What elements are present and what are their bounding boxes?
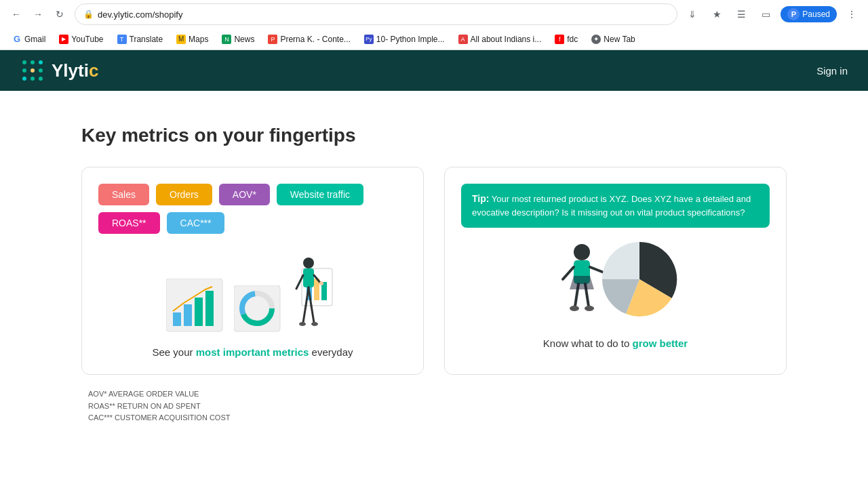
download-icon[interactable]: ⇓: [683, 5, 702, 24]
bookmark-label: New Tab: [604, 35, 635, 44]
logo-icon: [20, 58, 45, 83]
bookmark-label: Maps: [189, 35, 208, 44]
fdc-icon: f: [555, 35, 564, 44]
tab-search-icon[interactable]: ▭: [756, 5, 775, 24]
bookmark-gmail[interactable]: G Gmail: [7, 33, 51, 46]
caption-after: everyday: [309, 346, 353, 358]
right-card: Tip: Your most returned product is XYZ. …: [444, 167, 787, 375]
caption-highlight: most important metrics: [196, 346, 309, 358]
app-navbar: Ylytic Sign in: [0, 50, 868, 91]
svg-point-6: [22, 77, 26, 81]
tip-box: Tip: Your most returned product is XYZ. …: [461, 184, 770, 228]
svg-rect-23: [303, 268, 314, 287]
tag-traffic: Website traffic: [277, 184, 363, 205]
svg-point-3: [22, 68, 26, 73]
bookmark-label: Prerna K. - Conte...: [280, 35, 350, 44]
logo-text: Ylytic: [52, 60, 98, 81]
tip-label: Tip:: [472, 193, 489, 204]
bookmark-label: News: [234, 35, 254, 44]
maps-icon: M: [176, 35, 186, 44]
right-card-illustration: [461, 239, 770, 327]
browser-toolbar: ← → ↻ 🔒 dev.ylytic.com/shopify ⇓ ★ ☰ ▭ P…: [0, 0, 868, 28]
svg-line-29: [303, 306, 306, 323]
news-icon: N: [222, 35, 231, 44]
bookmark-news[interactable]: N News: [216, 33, 260, 46]
star-icon[interactable]: ★: [707, 5, 726, 24]
svg-point-1: [31, 60, 35, 64]
bookmark-maps[interactable]: M Maps: [171, 33, 214, 46]
tag-aov: AOV*: [219, 184, 270, 205]
address-bar[interactable]: 🔒 dev.ylytic.com/shopify: [75, 3, 677, 25]
tip-text: Your most returned product is XYZ. Does …: [472, 194, 751, 218]
left-card-caption: See your most important metrics everyday: [98, 346, 407, 358]
toolbar-right: ⇓ ★ ☰ ▭ P Paused ⋮: [683, 5, 861, 24]
bookmark-label: YouTube: [71, 35, 103, 44]
metrics-tags: Sales Orders AOV* Website traffic ROAS**…: [98, 184, 407, 234]
tag-orders: Orders: [156, 184, 212, 205]
page-heading: Key metrics on your fingertips: [81, 125, 787, 146]
tag-roas: ROAS**: [98, 212, 160, 234]
browser-chrome: ← → ↻ 🔒 dev.ylytic.com/shopify ⇓ ★ ☰ ▭ P…: [0, 0, 868, 50]
bookmark-label: 10- Python Imple...: [376, 35, 445, 44]
profile-avatar: P: [787, 8, 800, 20]
nav-buttons: ← → ↻: [7, 5, 69, 24]
extensions-icon[interactable]: ☰: [732, 5, 751, 24]
bookmark-prerna[interactable]: P Prerna K. - Conte...: [262, 33, 355, 46]
footnote-roas: ROAS** RETURN ON AD SPENT: [88, 401, 787, 413]
donut-chart-illustration: [234, 285, 281, 336]
svg-point-31: [299, 322, 306, 326]
reload-button[interactable]: ↻: [50, 5, 69, 24]
indians-icon: A: [458, 35, 468, 44]
bookmark-youtube[interactable]: ▶ YouTube: [54, 33, 108, 46]
bookmark-indians[interactable]: A All about Indians i...: [453, 33, 547, 46]
bookmark-translate[interactable]: T Translate: [112, 33, 169, 46]
address-text: dev.ylytic.com/shopify: [98, 9, 669, 20]
sign-in-button[interactable]: Sign in: [816, 65, 848, 77]
prerna-icon: P: [268, 35, 277, 44]
caption-before: See your: [153, 346, 196, 358]
svg-point-32: [311, 322, 318, 326]
svg-point-5: [39, 68, 43, 73]
lock-icon: 🔒: [83, 9, 94, 19]
bookmark-python[interactable]: Py 10- Python Imple...: [359, 33, 450, 46]
main-content: Key metrics on your fingertips Sales Ord…: [0, 91, 868, 445]
newtab-icon: ✦: [591, 35, 601, 44]
bookmark-label: Translate: [130, 35, 163, 44]
svg-line-30: [311, 306, 314, 323]
caption-before: Know what to do to: [543, 338, 633, 349]
bookmark-label: Gmail: [24, 35, 45, 44]
footnotes: AOV* AVERAGE ORDER VALUE ROAS** RETURN O…: [81, 388, 787, 424]
logo-text-main: Ylyti: [52, 60, 89, 81]
svg-point-2: [39, 60, 43, 64]
forward-button[interactable]: →: [28, 5, 47, 24]
bookmark-label: fdc: [567, 35, 578, 44]
person-illustration: [288, 255, 339, 339]
paused-badge[interactable]: P Paused: [781, 6, 837, 22]
bookmark-fdc[interactable]: f fdc: [549, 33, 583, 46]
translate-icon: T: [117, 35, 127, 44]
bookmark-label: All about Indians i...: [471, 35, 542, 44]
bookmarks-bar: G Gmail ▶ YouTube T Translate M Maps N N…: [0, 28, 868, 50]
svg-point-4: [31, 68, 35, 73]
app-logo: Ylytic: [20, 58, 98, 83]
right-card-caption: Know what to do to grow better: [461, 338, 770, 349]
svg-point-8: [39, 77, 43, 81]
footnote-cac: CAC*** CUSTOMER ACQUISITION COST: [88, 412, 787, 424]
gmail-icon: G: [12, 35, 22, 44]
svg-point-7: [31, 77, 35, 81]
svg-point-40: [570, 306, 579, 311]
bookmark-newtab[interactable]: ✦ New Tab: [586, 33, 640, 46]
paused-label: Paused: [802, 9, 830, 19]
bar-chart-illustration: [166, 279, 224, 336]
svg-point-22: [303, 258, 314, 268]
left-card-illustration: [98, 247, 407, 336]
back-button[interactable]: ←: [7, 5, 26, 24]
menu-icon[interactable]: ⋮: [842, 5, 861, 24]
footnote-aov: AOV* AVERAGE ORDER VALUE: [88, 388, 787, 401]
svg-line-35: [563, 267, 574, 279]
logo-text-accent: c: [89, 60, 98, 81]
tag-sales: Sales: [98, 184, 149, 205]
svg-point-26: [319, 281, 323, 285]
svg-rect-12: [195, 298, 203, 326]
cards-row: Sales Orders AOV* Website traffic ROAS**…: [81, 167, 787, 375]
